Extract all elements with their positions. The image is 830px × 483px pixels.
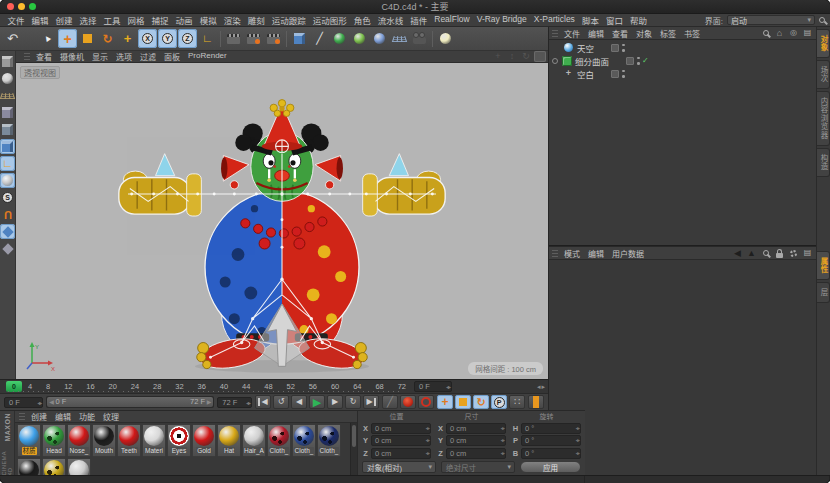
timeline-ruler[interactable]: 0 4812162024283236404448525660646872 0 F… <box>0 379 548 393</box>
material-swatch-1[interactable]: Head <box>42 424 66 457</box>
material-swatch-row2-0[interactable] <box>17 458 41 475</box>
viewport-menu-item-2[interactable]: 显示 <box>88 51 112 62</box>
om-side-tab-3[interactable]: 构造 <box>817 148 830 177</box>
material-swatch-row2-2[interactable] <box>67 458 91 475</box>
menu-item-11[interactable]: 运动跟踪 <box>268 14 309 26</box>
polygons-mode-icon[interactable] <box>0 139 15 154</box>
object-name[interactable]: 细分曲面 <box>575 55 609 67</box>
panel-icon[interactable]: ▤ <box>802 248 813 259</box>
y-axis-icon[interactable]: Y <box>158 29 177 48</box>
object-manager-menu-item-1[interactable]: 编辑 <box>584 28 608 39</box>
coordinate-field-位置-Z[interactable]: 0 cm <box>371 448 431 459</box>
key-position-toggle[interactable]: + <box>437 395 453 409</box>
key-rotation-toggle[interactable]: ↻ <box>473 395 489 409</box>
material-menu-item-1[interactable]: 编辑 <box>51 411 75 422</box>
menu-item-14[interactable]: 流水线 <box>374 14 407 26</box>
enabled-check-icon[interactable]: ✓ <box>642 56 649 65</box>
axis-mode-icon[interactable]: ∟ <box>0 156 15 171</box>
range-slider-bar[interactable] <box>47 397 213 407</box>
search-icon[interactable] <box>819 17 825 23</box>
attribute-manager-menu-item-0[interactable]: 模式 <box>560 248 584 259</box>
material-swatch-12[interactable]: Cloth_ <box>317 424 341 457</box>
key-parameter-toggle[interactable]: P <box>491 395 507 409</box>
toggle-view-icon[interactable]: □ <box>534 51 546 62</box>
coordinate-field-位置-Y[interactable]: 0 cm <box>371 435 431 446</box>
primitive-cube-icon[interactable] <box>290 29 309 48</box>
menu-item-3[interactable]: 选择 <box>76 14 100 26</box>
z-axis-icon[interactable]: Z <box>178 29 197 48</box>
material-scrollbar[interactable] <box>350 423 357 475</box>
menu-item-7[interactable]: 动画 <box>172 14 196 26</box>
undo-icon[interactable]: ↶ <box>3 29 22 48</box>
key-scale-toggle[interactable] <box>455 395 471 409</box>
floor-icon[interactable] <box>390 29 409 48</box>
back-icon[interactable]: ◀ <box>732 248 743 259</box>
snap-mouse-icon[interactable] <box>0 173 15 188</box>
texture-tag-icon[interactable] <box>611 70 619 78</box>
prev-frame-button[interactable]: ◀ <box>291 395 307 409</box>
am-side-tab-0[interactable]: 属性 <box>817 251 830 280</box>
material-swatch-3[interactable]: Mouth <box>92 424 116 457</box>
attribute-manager-menu-item-1[interactable]: 编辑 <box>584 248 608 259</box>
object-name[interactable]: 空白 <box>577 68 594 80</box>
viewport-menu-item-3[interactable]: 选项 <box>112 51 136 62</box>
next-key-button[interactable]: ↻ <box>345 395 361 409</box>
edges-mode-icon[interactable] <box>0 122 15 137</box>
size-mode-dropdown[interactable]: 绝对尺寸 <box>441 461 515 473</box>
pen-spline-icon[interactable]: ╱ <box>310 29 329 48</box>
next-frame-button[interactable]: ▶ <box>327 395 343 409</box>
render-settings-icon[interactable] <box>264 29 283 48</box>
menu-item-2[interactable]: 创建 <box>52 14 76 26</box>
light-icon[interactable] <box>436 29 455 48</box>
texture-tag-icon[interactable] <box>611 44 619 52</box>
menu-item-5[interactable]: 网格 <box>124 14 148 26</box>
apply-button[interactable]: 应用 <box>520 461 581 473</box>
title-bar[interactable]: C4D.c4d * - 主要 <box>0 0 830 14</box>
menu-item-18[interactable]: X-Particles <box>530 14 578 26</box>
ruler-scroll-icons[interactable]: ◂▸ <box>537 383 546 391</box>
timeline-range-slider[interactable]: 0 F 72 F <box>46 396 214 408</box>
visibility-dots-icon[interactable] <box>621 69 625 78</box>
home-icon[interactable]: ⌂ <box>774 28 785 39</box>
panel-grip-icon[interactable] <box>24 53 30 60</box>
menu-item-17[interactable]: V-Ray Bridge <box>473 14 530 26</box>
keyframe-record-button[interactable] <box>400 395 416 409</box>
menu-item-16[interactable]: RealFlow <box>431 14 473 26</box>
menu-item-10[interactable]: 雕刻 <box>244 14 268 26</box>
camera-icon[interactable] <box>410 29 429 48</box>
viewport-menu-item-4[interactable]: 过滤 <box>136 51 160 62</box>
visibility-dots-icon[interactable] <box>621 43 625 52</box>
render-view-icon[interactable] <box>224 29 243 48</box>
panel-grip-icon[interactable] <box>552 250 558 257</box>
texture-tag-icon[interactable] <box>626 57 634 65</box>
axis-lock-icon[interactable]: + <box>118 29 137 48</box>
object-name[interactable]: 天空 <box>577 42 594 54</box>
menu-item-19[interactable]: 脚本 <box>578 14 602 26</box>
cursor-icon[interactable]: ▲ <box>746 248 757 259</box>
material-swatch-5[interactable]: Materi <box>142 424 166 457</box>
material-menu-item-3[interactable]: 纹理 <box>99 411 123 422</box>
solo-mode-icon[interactable]: S <box>0 190 15 205</box>
om-side-tab-1[interactable]: 场次 <box>817 60 830 89</box>
object-manager-menu-item-2[interactable]: 查看 <box>608 28 632 39</box>
menu-item-9[interactable]: 渲染 <box>220 14 244 26</box>
search-icon[interactable] <box>760 28 771 39</box>
current-frame-field[interactable]: 0 F <box>414 381 452 392</box>
viewport-canvas[interactable]: 透视视图 <box>16 63 548 379</box>
material-swatch-11[interactable]: Cloth_ <box>292 424 316 457</box>
material-swatch-6[interactable]: Eyes <box>167 424 191 457</box>
rotate-view-icon[interactable]: ↻ <box>520 51 532 62</box>
points-mode-icon[interactable] <box>0 105 15 120</box>
material-menu-item-0[interactable]: 创建 <box>27 411 51 422</box>
material-swatch-2[interactable]: Nose_ <box>67 424 91 457</box>
object-manager-menu-item-4[interactable]: 标签 <box>656 28 680 39</box>
transform-mode-dropdown[interactable]: 对象(相对) <box>362 461 436 473</box>
am-side-tab-1[interactable]: 层 <box>817 282 830 303</box>
object-row-0[interactable]: 天空 <box>549 41 816 54</box>
viewport-menu-item-6[interactable]: ProRender <box>184 51 231 62</box>
viewport-menu-item-0[interactable]: 查看 <box>32 51 56 62</box>
visibility-dots-icon[interactable] <box>636 56 640 65</box>
om-side-tab-2[interactable]: 内容浏览器 <box>817 91 830 146</box>
viewport-menu-item-1[interactable]: 摄像机 <box>56 51 88 62</box>
magnet-snap-icon[interactable]: U <box>0 207 15 222</box>
